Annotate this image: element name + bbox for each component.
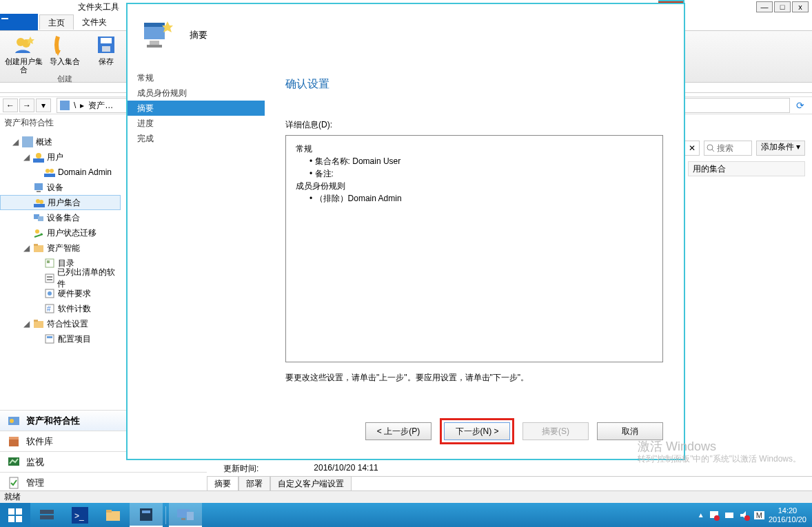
windows-activation-watermark: 激活 Windows 转到"控制面板"中的"系统"以激活 Windows。 — [638, 440, 801, 465]
window-minimize-button[interactable]: — — [756, 1, 773, 12]
svg-rect-17 — [37, 191, 41, 192]
detail-general-header: 常规 — [296, 143, 653, 155]
wizard-step-complete[interactable]: 完成 — [128, 131, 265, 146]
svg-rect-28 — [47, 260, 50, 263]
svg-rect-62 — [106, 511, 120, 521]
wizard-header-icon — [140, 19, 173, 52]
tree-item-config-items[interactable]: 配置项目 — [0, 331, 121, 347]
svg-rect-22 — [38, 216, 43, 221]
taskbar-sccm-console[interactable] — [130, 503, 163, 527]
svg-rect-8 — [102, 46, 110, 52]
svg-rect-15 — [44, 174, 55, 177]
overview-icon — [22, 136, 33, 147]
window-close-button[interactable]: x — [792, 1, 809, 12]
file-tab-icon — [0, 14, 10, 23]
breadcrumb-root-icon — [60, 101, 70, 110]
tree-item-devices[interactable]: 设备 — [0, 180, 121, 195]
detail-tab-client-settings[interactable]: 自定义客户端设置 — [270, 477, 352, 492]
folder-icon — [33, 242, 44, 254]
create-user-collection-button[interactable]: 创建用户集合 — [4, 34, 43, 74]
ribbon-file-tab[interactable] — [0, 14, 38, 30]
wizard-step-progress[interactable]: 进度 — [128, 116, 265, 131]
tree-item-user-state-migration[interactable]: 用户状态迁移 — [0, 225, 121, 240]
tree-item-inventoried-software[interactable]: 已列出清单的软件 — [0, 271, 121, 286]
save-button[interactable]: 保存 — [87, 34, 125, 74]
wizard-next-button[interactable]: 下一步(N) > — [444, 422, 510, 440]
detail-tab-summary[interactable]: 摘要 — [207, 477, 238, 492]
update-time-value: 2016/10/20 14:11 — [314, 463, 378, 475]
ribbon-group-label-create: 创建 — [57, 74, 72, 84]
tree-item-device-collections[interactable]: 设备集合 — [0, 210, 121, 225]
svg-point-46 — [707, 145, 713, 150]
wizard-content-title: 确认设置 — [285, 77, 663, 92]
tree-item-domain-admin[interactable]: Domain Admin — [0, 165, 121, 180]
tree-item-users[interactable]: ◢用户 — [0, 149, 121, 165]
window-maximize-button[interactable]: □ — [774, 1, 791, 12]
detail-tab-deployment[interactable]: 部署 — [238, 477, 270, 492]
breadcrumb-sep2: ▸ — [80, 101, 84, 110]
taskbar-vmconnect[interactable] — [169, 503, 202, 527]
sccm-icon — [138, 506, 154, 523]
svg-rect-57 — [16, 516, 22, 522]
svg-point-19 — [39, 200, 43, 204]
tree-item-overview[interactable]: ◢概述 — [0, 134, 121, 149]
refresh-button[interactable]: ⟳ — [793, 98, 808, 113]
import-collection-button[interactable]: 导入集合 — [45, 34, 84, 74]
tree-item-compliance-settings[interactable]: ◢符合性设置 — [0, 316, 121, 331]
tray-ime-icon[interactable]: M — [754, 511, 764, 519]
taskbar-explorer[interactable] — [97, 503, 130, 527]
tree-item-software-count[interactable]: #软件计数 — [0, 301, 121, 316]
detail-remark: 备注: — [296, 167, 653, 180]
taskbar-clock[interactable]: 14:20 2016/10/20 — [769, 506, 806, 524]
svg-point-11 — [36, 153, 41, 158]
detail-info-label: 详细信息(D): — [285, 119, 663, 131]
config-item-icon — [44, 333, 55, 344]
svg-rect-65 — [142, 510, 150, 513]
ribbon-tab-home[interactable]: 主页 — [39, 14, 74, 30]
svg-rect-16 — [34, 183, 43, 190]
svg-rect-50 — [144, 23, 165, 27]
ribbon-group-create: 创建用户集合 导入集合 保存 创建 — [0, 31, 130, 82]
tray-network-icon[interactable] — [724, 510, 735, 521]
ribbon-tab-folder[interactable]: 文件夹 — [74, 14, 115, 30]
column-header-used-collection[interactable]: 用的集合 — [688, 161, 805, 176]
svg-line-47 — [712, 149, 714, 152]
svg-rect-59 — [40, 515, 54, 519]
svg-rect-58 — [40, 510, 54, 514]
nav-back-button[interactable]: ← — [3, 99, 18, 112]
wizard-steps: 常规 成员身份规则 摘要 进度 完成 — [128, 66, 265, 411]
svg-rect-55 — [16, 508, 22, 515]
wizard-step-general[interactable]: 常规 — [128, 70, 265, 85]
taskbar-separator — [165, 506, 166, 524]
wizard-prev-button[interactable]: < 上一步(P) — [365, 422, 432, 440]
tray-flag-icon[interactable] — [709, 510, 720, 521]
system-tray: ▲ M 14:20 2016/10/20 — [698, 506, 812, 524]
outer-window-controls: — □ x — [756, 1, 809, 12]
svg-rect-26 — [34, 244, 38, 246]
taskbar-powershell[interactable]: >_ — [63, 503, 97, 527]
wizard-step-summary[interactable]: 摘要 — [128, 101, 265, 116]
clear-search-button[interactable]: ✕ — [684, 141, 700, 156]
tray-volume-icon[interactable] — [739, 510, 750, 521]
wizard-cancel-button[interactable]: 取消 — [597, 422, 663, 440]
svg-rect-43 — [9, 437, 19, 440]
catalog-icon — [44, 258, 55, 269]
nav-forward-button[interactable]: → — [19, 99, 34, 112]
nav-dropdown-button[interactable]: ▾ — [36, 99, 51, 112]
add-criteria-button[interactable]: 添加条件 ▾ — [756, 141, 805, 156]
svg-rect-71 — [725, 513, 733, 518]
users-sparkle-icon — [12, 34, 34, 56]
taskbar-server-manager[interactable] — [30, 503, 63, 527]
tree-item-user-collections[interactable]: 用户集合 — [0, 195, 121, 210]
breadcrumb-sep: \ — [74, 101, 76, 110]
tray-show-hidden-icon[interactable]: ▲ — [698, 511, 704, 519]
wizard-summary-button: 摘要(S) — [522, 422, 589, 440]
vmconnect-icon — [176, 506, 195, 523]
svg-text:#: # — [47, 305, 51, 313]
nav-tree: ◢概述 ◢用户 Domain Admin 设备 用户集合 设备集合 用户状态迁移… — [0, 134, 121, 379]
wizard-step-membership[interactable]: 成员身份规则 — [128, 85, 265, 101]
section-administration[interactable]: 管理 — [0, 472, 207, 493]
tree-item-asset-intelligence[interactable]: ◢资产智能 — [0, 240, 121, 256]
administration-icon — [7, 476, 21, 490]
start-button[interactable] — [0, 503, 30, 527]
